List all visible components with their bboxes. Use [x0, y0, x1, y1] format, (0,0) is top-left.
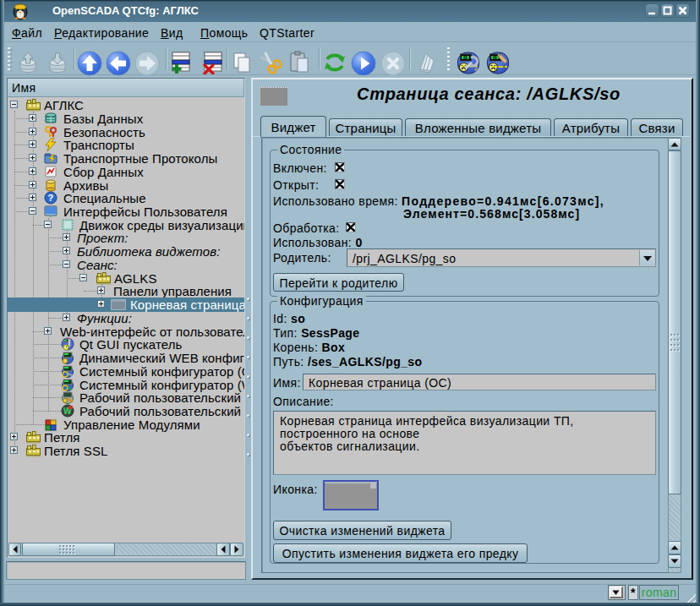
svg-text:?: ? — [47, 193, 53, 203]
